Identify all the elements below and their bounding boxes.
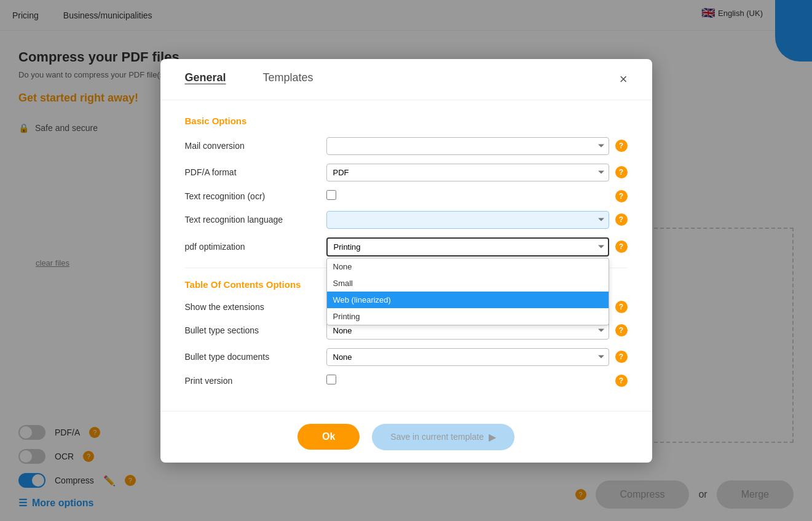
modal-close-button[interactable]: ×	[620, 71, 628, 87]
pdfa-format-row: PDF/A format PDF PDF/A-1b PDF/A-2b PDF/A…	[185, 164, 628, 181]
tab-general[interactable]: General	[185, 71, 226, 87]
save-template-arrow-icon: ▶	[489, 431, 496, 443]
dropdown-option-none[interactable]: None	[327, 258, 609, 275]
bullet-documents-label: Bullet type documents	[185, 352, 320, 362]
modal-footer: Ok Save in current template ▶	[160, 411, 652, 463]
bullet-documents-help[interactable]: ?	[615, 351, 628, 363]
show-extensions-label: Show the extensions	[185, 302, 320, 312]
basic-options-title: Basic Options	[185, 116, 628, 126]
modal-tabs: General Templates	[185, 71, 313, 87]
pdf-optimization-select[interactable]: Printing	[326, 237, 609, 257]
save-template-button[interactable]: Save in current template ▶	[372, 424, 514, 450]
ocr-checkbox-label: Text recognition (ocr)	[185, 191, 320, 201]
ocr-language-label: Text recognition language	[185, 215, 320, 225]
pdfa-format-select-wrap: PDF PDF/A-1b PDF/A-2b PDF/A-3b	[326, 164, 609, 181]
mail-conversion-select[interactable]	[326, 137, 609, 155]
ocr-checkbox-row: Text recognition (ocr) ?	[185, 190, 628, 202]
settings-modal: General Templates × Basic Options Mail c…	[160, 59, 652, 463]
bullet-documents-select-wrap: None Disc Circle Square	[326, 348, 609, 366]
ocr-language-select-wrap	[326, 211, 609, 229]
tab-templates[interactable]: Templates	[263, 71, 313, 87]
modal-overlay: General Templates × Basic Options Mail c…	[0, 0, 812, 521]
pdf-optimization-row: pdf optimization Printing None Small Web…	[185, 237, 628, 257]
show-extensions-help[interactable]: ?	[615, 301, 628, 313]
ocr-language-row: Text recognition language ?	[185, 211, 628, 229]
pdfa-format-select[interactable]: PDF PDF/A-1b PDF/A-2b PDF/A-3b	[326, 164, 609, 181]
mail-conversion-row: Mail conversion ?	[185, 137, 628, 155]
bullet-documents-row: Bullet type documents None Disc Circle S…	[185, 348, 628, 366]
modal-body: Basic Options Mail conversion ? PDF/A fo…	[160, 100, 652, 411]
bullet-sections-help[interactable]: ?	[615, 324, 628, 336]
pdfa-format-label: PDF/A format	[185, 167, 320, 177]
dropdown-option-small[interactable]: Small	[327, 275, 609, 292]
mail-conversion-label: Mail conversion	[185, 141, 320, 151]
ocr-language-select[interactable]	[326, 211, 609, 229]
modal-header: General Templates ×	[160, 59, 652, 100]
mail-conversion-help[interactable]: ?	[615, 140, 628, 152]
ocr-checkbox-help[interactable]: ?	[615, 190, 628, 202]
pdf-optimization-help[interactable]: ?	[615, 241, 628, 253]
bullet-documents-select[interactable]: None Disc Circle Square	[326, 348, 609, 366]
ok-button[interactable]: Ok	[298, 424, 360, 450]
save-template-label: Save in current template	[390, 432, 484, 442]
print-version-row: Print version ?	[185, 375, 628, 387]
ocr-language-help[interactable]: ?	[615, 213, 628, 226]
pdf-optimization-label: pdf optimization	[185, 242, 320, 252]
print-version-checkbox[interactable]	[326, 375, 336, 384]
dropdown-option-printing[interactable]: Printing	[327, 308, 609, 325]
bullet-sections-label: Bullet type sections	[185, 325, 320, 335]
pdf-optimization-select-wrap: Printing None Small Web (linearized) Pri…	[326, 237, 609, 257]
ocr-checkbox[interactable]	[326, 190, 336, 200]
pdf-optimization-dropdown: None Small Web (linearized) Printing	[326, 258, 609, 325]
dropdown-option-web[interactable]: Web (linearized)	[327, 292, 609, 308]
ocr-checkbox-wrap	[326, 190, 609, 202]
print-version-wrap	[326, 375, 609, 386]
print-version-help[interactable]: ?	[615, 375, 628, 387]
mail-conversion-select-wrap	[326, 137, 609, 155]
pdfa-format-help[interactable]: ?	[615, 166, 628, 178]
print-version-label: Print version	[185, 376, 320, 386]
